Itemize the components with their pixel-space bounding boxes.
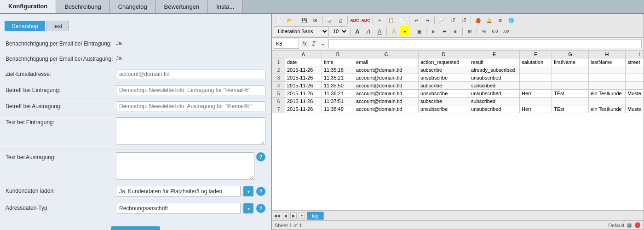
toolbar-btn-more4[interactable]: 🌐 [506, 15, 516, 25]
textarea-text-austragung[interactable] [116, 152, 254, 180]
cell-e4[interactable]: subscribed [469, 82, 520, 90]
input-ziel-email[interactable] [116, 69, 265, 79]
toolbar-btn-print[interactable]: 🖨 [335, 15, 345, 25]
cell-b5[interactable]: 11:36:21 [322, 90, 354, 98]
cell-a1[interactable]: date [285, 58, 322, 66]
cell-e6[interactable]: subscribed [469, 98, 520, 105]
sheet-nav-prev[interactable]: ◀ [282, 213, 288, 219]
cell-f2[interactable] [520, 66, 552, 74]
toolbar-btn-align-center[interactable]: ☰ [439, 26, 449, 36]
tab-beschreibung[interactable]: Beschreibung [56, 0, 110, 13]
col-header-b[interactable]: B [322, 51, 354, 58]
cell-i4[interactable] [626, 82, 644, 90]
formula-input[interactable] [328, 39, 642, 48]
toolbar-btn-pdf[interactable]: 📊 [324, 15, 334, 25]
toolbar-btn-more2[interactable]: 🔔 [484, 15, 494, 25]
col-header-d[interactable]: D [419, 51, 469, 58]
cell-h1[interactable]: lastName [589, 58, 626, 66]
cell-b6[interactable]: 11:37:51 [322, 98, 354, 105]
toolbar-btn-align-right[interactable]: ≡ [450, 26, 460, 36]
toolbar-btn-bold[interactable]: A [352, 26, 362, 36]
tab-konfiguration[interactable]: Konfiguration [0, 0, 56, 13]
help-button-austragung[interactable]: ? [256, 152, 265, 161]
toolbar-btn-merge[interactable]: ⊞ [465, 26, 475, 36]
cell-c2[interactable]: account@domain.tld [354, 66, 419, 74]
toolbar-btn-new[interactable]: 📄 [274, 15, 284, 25]
cell-b7[interactable]: 11:38:49 [322, 105, 354, 113]
toolbar-btn-italic[interactable]: A [363, 26, 374, 36]
col-header-g[interactable]: G [552, 51, 589, 58]
cell-d7[interactable]: unsubscribe [419, 105, 469, 113]
cell-i3[interactable] [626, 74, 644, 82]
cell-c3[interactable]: account@domain.tld [354, 74, 419, 82]
select-arrow-kundendaten[interactable]: ▾ [243, 186, 253, 196]
font-name-select[interactable]: Liberation Sans [274, 26, 329, 36]
cell-c6[interactable]: account@domain.tld [354, 98, 419, 105]
cell-i7[interactable]: Muste [626, 105, 644, 113]
toolbar-btn-undo[interactable]: ↩ [411, 15, 421, 25]
cell-a2[interactable]: 2015-11-26 [285, 66, 322, 74]
sheet-nav-next[interactable]: ▶ [290, 213, 297, 219]
cell-a7[interactable]: 2015-11-26 [285, 105, 322, 113]
toolbar-btn-underline[interactable]: A [374, 26, 385, 36]
toolbar-btn-open[interactable]: 📂 [285, 15, 295, 25]
cell-e1[interactable]: result [469, 58, 520, 66]
toolbar-btn-paste[interactable]: 📄 [397, 15, 407, 25]
cell-b3[interactable]: 11:35:21 [322, 74, 354, 82]
toolbar-btn-save[interactable]: 💾 [299, 15, 309, 25]
toolbar-btn-spellcheck2[interactable]: ABC [361, 15, 371, 25]
cell-f3[interactable] [520, 74, 552, 82]
sheet-nav-add[interactable]: + [299, 213, 305, 219]
cell-e2[interactable]: already_subscribed [469, 66, 520, 74]
sub-tab-test[interactable]: test [46, 21, 69, 31]
input-betreff-eintragung[interactable] [116, 85, 265, 95]
cell-a6[interactable]: 2015-11-26 [285, 98, 322, 105]
cell-c4[interactable]: account@domain.tld [354, 82, 419, 90]
cell-i1[interactable]: street [626, 58, 644, 66]
select-adressdaten[interactable]: Rechnungsanschrift [116, 203, 241, 214]
toolbar-btn-redo[interactable]: ↪ [422, 15, 432, 25]
toolbar-btn-sort-desc[interactable]: ↓Z [459, 15, 469, 25]
toolbar-btn-more3[interactable]: ⚙ [495, 15, 505, 25]
sub-tab-demoshop[interactable]: Demoshop [5, 21, 45, 31]
toolbar-btn-decimal[interactable]: 0.0 [490, 26, 500, 36]
col-header-f[interactable]: F [520, 51, 552, 58]
cell-c1[interactable]: email [354, 58, 419, 66]
cell-g3[interactable] [552, 74, 589, 82]
cell-d2[interactable]: subscribe [419, 66, 469, 74]
toolbar-btn-borders[interactable]: ▦ [414, 26, 424, 36]
cell-f4[interactable] [520, 82, 552, 90]
cell-f7[interactable]: Herr [520, 105, 552, 113]
cell-e3[interactable]: unsubscribed [469, 74, 520, 82]
cell-c7[interactable]: account@domain.tld [354, 105, 419, 113]
cell-h3[interactable] [589, 74, 626, 82]
col-header-h[interactable]: H [589, 51, 626, 58]
cell-h4[interactable] [589, 82, 626, 90]
toolbar-btn-thousands[interactable]: ,00 [501, 26, 511, 36]
cell-g6[interactable] [552, 98, 589, 105]
cell-d4[interactable]: subscribe [419, 82, 469, 90]
toolbar-btn-align-left[interactable]: ≡ [428, 26, 438, 36]
tab-changelog[interactable]: Changelog [110, 0, 156, 13]
tab-insta[interactable]: Insta... [208, 0, 243, 13]
tab-bewertungen[interactable]: Bewertungen [156, 0, 208, 13]
col-header-a[interactable]: A [285, 51, 322, 58]
cell-a5[interactable]: 2015-11-26 [285, 90, 322, 98]
toolbar-btn-chart[interactable]: 📈 [437, 15, 447, 25]
font-size-select[interactable]: 10 [330, 26, 348, 36]
cell-g1[interactable]: firstName [552, 58, 589, 66]
cell-f1[interactable]: salutation [520, 58, 552, 66]
toolbar-btn-sort-asc[interactable]: ↑Z [448, 15, 458, 25]
cell-a3[interactable]: 2015-11-26 [285, 74, 322, 82]
toolbar-btn-highlight[interactable]: ▪ [400, 26, 410, 36]
cell-h2[interactable] [589, 66, 626, 74]
cell-h7[interactable]: ein Testkunde [589, 105, 626, 113]
cell-g4[interactable] [552, 82, 589, 90]
cell-b4[interactable]: 11:35:50 [322, 82, 354, 90]
cell-c5[interactable]: account@domain.tld [354, 90, 419, 98]
toolbar-btn-email[interactable]: ✉ [310, 15, 320, 25]
cell-h5[interactable]: ein Testkunde [589, 90, 626, 98]
cell-g2[interactable] [552, 66, 589, 74]
sheet-nav-first[interactable]: ◀◀ [274, 213, 280, 219]
help-button-kundendaten[interactable]: ? [256, 187, 265, 196]
